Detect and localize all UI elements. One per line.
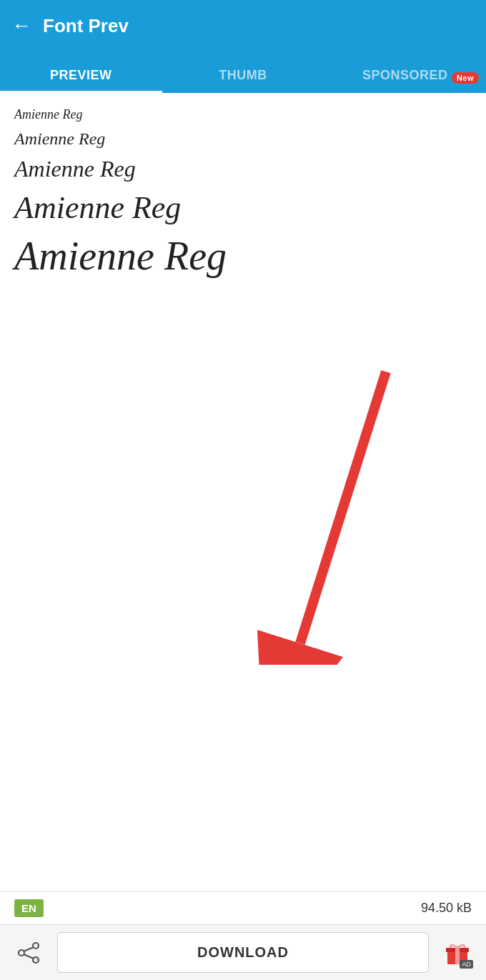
tab-sponsored[interactable]: SPONSORED New <box>324 68 486 93</box>
header: ← Font Prev <box>0 0 486 51</box>
svg-line-5 <box>24 947 34 951</box>
share-icon <box>16 941 41 965</box>
svg-point-4 <box>19 950 24 956</box>
svg-line-1 <box>300 372 386 643</box>
svg-rect-9 <box>455 948 460 964</box>
bottom-bar: DOWNLOAD AD <box>0 924 486 980</box>
svg-point-2 <box>33 943 39 949</box>
gift-ad-button[interactable]: AD <box>439 934 476 971</box>
ad-label: AD <box>460 960 473 969</box>
content-area: Amienne Reg Amienne Reg Amienne Reg Amie… <box>0 93 486 891</box>
page-title: Font Prev <box>43 15 129 37</box>
share-button[interactable] <box>10 934 47 971</box>
language-badge: EN <box>14 899 44 917</box>
arrow-indicator <box>243 365 429 665</box>
font-preview-5: Amienne Reg <box>14 233 472 279</box>
file-size: 94.50 kB <box>421 901 472 916</box>
tab-preview[interactable]: PREVIEW <box>0 68 162 93</box>
tab-thumb[interactable]: THUMB <box>162 68 324 93</box>
font-preview-1: Amienne Reg <box>14 107 472 122</box>
back-button[interactable]: ← <box>11 14 31 37</box>
font-preview-3: Amienne Reg <box>14 156 472 182</box>
tabs-bar: PREVIEW THUMB SPONSORED New <box>0 51 486 93</box>
font-preview-4: Amienne Reg <box>14 189 472 226</box>
svg-line-6 <box>24 954 34 959</box>
font-preview-2: Amienne Reg <box>14 129 472 149</box>
info-bar: EN 94.50 kB <box>0 891 486 924</box>
svg-point-3 <box>33 957 39 963</box>
download-button[interactable]: DOWNLOAD <box>57 932 429 973</box>
new-badge: New <box>452 72 479 84</box>
